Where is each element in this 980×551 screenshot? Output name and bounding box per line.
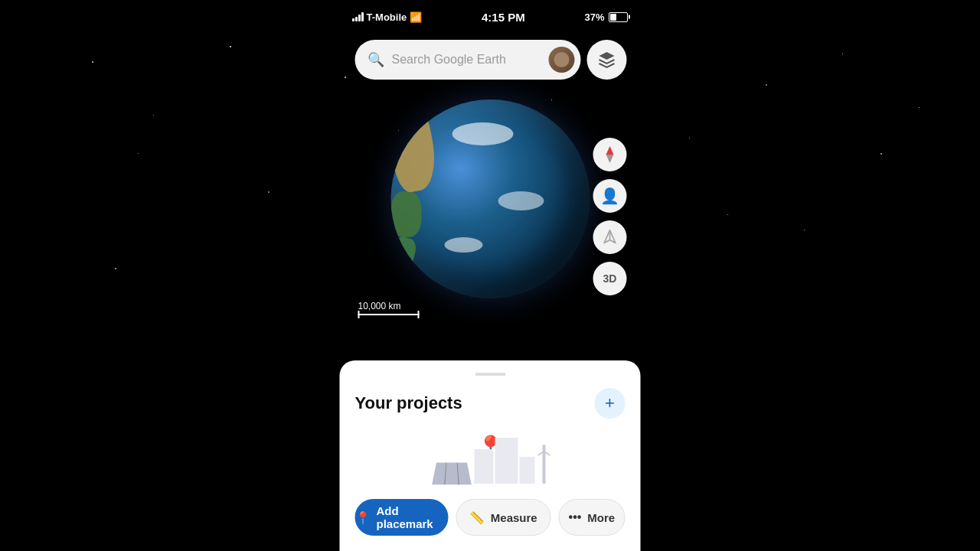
turbine-illustration	[543, 445, 546, 484]
measure-label: Measure	[491, 511, 537, 524]
right-controls: 👤 3D	[593, 138, 627, 295]
layers-icon	[598, 51, 616, 69]
cloud-2	[498, 191, 544, 210]
more-label: More	[587, 511, 615, 524]
bottom-panel: Your projects + 📍	[340, 360, 641, 551]
wifi-icon: 📶	[410, 11, 422, 23]
panel-title: Your projects	[355, 393, 462, 413]
3d-button[interactable]: 3D	[593, 262, 627, 295]
signal-bars	[352, 12, 364, 21]
search-icon: 🔍	[368, 51, 384, 68]
measure-button[interactable]: 📏 Measure	[456, 499, 550, 536]
compass-icon	[602, 146, 619, 163]
location-button[interactable]	[593, 220, 627, 254]
scale-indicator: 10,000 km	[358, 301, 420, 315]
earth-globe	[390, 99, 590, 298]
building-illustration-3	[520, 457, 535, 484]
illustration: 📍	[435, 438, 546, 484]
scale-label: 10,000 km	[358, 301, 401, 311]
svg-line-4	[538, 452, 544, 455]
panel-header: Your projects +	[355, 388, 626, 419]
panel-handle	[475, 373, 505, 376]
earth-globe-container[interactable]	[390, 99, 590, 298]
bottom-toolbar: 📍 Add placemark 📏 Measure ••• More	[355, 495, 626, 536]
search-input[interactable]: Search Google Earth	[392, 53, 541, 67]
more-icon: •••	[569, 510, 582, 524]
cloud-1	[452, 122, 513, 145]
land-mass-africa	[390, 99, 440, 194]
search-bar[interactable]: 🔍 Search Google Earth	[355, 40, 581, 80]
scale-line	[358, 314, 420, 315]
location-arrow-icon	[602, 229, 619, 246]
person-icon: 👤	[600, 187, 619, 205]
battery-percent-label: 37%	[584, 11, 604, 23]
status-bar: T-Mobile 📶 4:15 PM 37%	[340, 0, 641, 34]
solar-panel-illustration	[432, 463, 472, 485]
building-illustration-2	[495, 438, 518, 484]
phone-frame: T-Mobile 📶 4:15 PM 37% 🔍 Search Google E…	[340, 0, 641, 551]
status-left: T-Mobile 📶	[352, 11, 423, 23]
building-illustration-1	[475, 449, 494, 484]
avatar[interactable]	[549, 47, 575, 73]
street-view-button[interactable]: 👤	[593, 179, 627, 213]
empty-state-illustration: 📍	[355, 434, 626, 495]
svg-line-3	[544, 452, 550, 455]
land-mass-europe	[390, 191, 421, 237]
carrier-label: T-Mobile	[367, 11, 407, 23]
battery-icon	[609, 12, 628, 22]
add-project-button[interactable]: +	[595, 388, 626, 419]
more-button[interactable]: ••• More	[558, 499, 625, 536]
compass-button[interactable]	[593, 138, 627, 171]
measure-icon: 📏	[469, 510, 485, 525]
layers-button[interactable]	[587, 40, 627, 80]
status-time: 4:15 PM	[482, 11, 525, 24]
add-placemark-button[interactable]: 📍 Add placemark	[355, 499, 449, 536]
add-button-label: +	[605, 393, 615, 413]
add-placemark-label: Add placemark	[377, 504, 449, 530]
land-mass-south-america	[390, 235, 418, 278]
placemark-icon: 📍	[355, 510, 371, 525]
3d-label: 3D	[603, 272, 617, 285]
status-right: 37%	[584, 11, 628, 23]
cloud-3	[444, 237, 482, 253]
